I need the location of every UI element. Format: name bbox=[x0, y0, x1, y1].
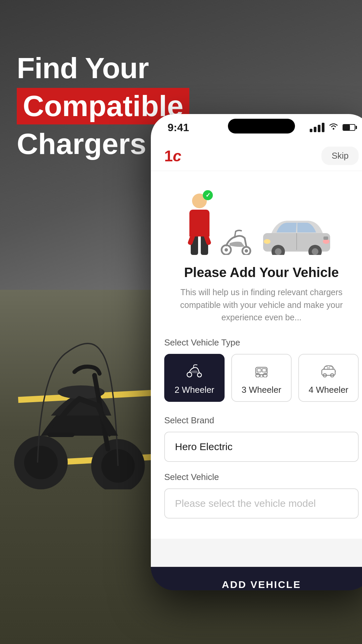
svg-point-18 bbox=[323, 239, 329, 244]
signal-bar-3 bbox=[318, 125, 320, 132]
bottom-gray-area bbox=[151, 539, 362, 567]
3wheeler-icon bbox=[253, 363, 270, 381]
app-scroll-area: ✓ bbox=[151, 171, 362, 567]
headline-line1: Find Your bbox=[17, 52, 189, 85]
vehicle-select-label: Select Vehicle bbox=[164, 472, 359, 482]
vehicle-select[interactable]: Please select the vehicle model bbox=[164, 488, 359, 519]
app-header: 1c Skip bbox=[151, 141, 362, 171]
svg-rect-20 bbox=[323, 236, 328, 240]
scooter-background-image bbox=[7, 302, 148, 489]
signal-bars-icon bbox=[310, 123, 324, 132]
battery-icon bbox=[343, 124, 355, 131]
dynamic-island bbox=[228, 119, 295, 133]
svg-rect-25 bbox=[262, 369, 266, 372]
add-vehicle-button[interactable]: ADD VEHICLE bbox=[151, 567, 362, 590]
vehicle-type-3wheeler[interactable]: 3 Wheeler bbox=[231, 354, 292, 402]
skip-button[interactable]: Skip bbox=[321, 147, 359, 165]
vehicle-illustration: ✓ bbox=[164, 181, 359, 255]
svg-point-16 bbox=[312, 248, 318, 255]
2wheeler-icon bbox=[186, 363, 203, 381]
wifi-icon bbox=[328, 122, 339, 133]
brand-value: Hero Electric bbox=[175, 441, 233, 452]
vehicle-type-group: 2 Wheeler bbox=[164, 354, 359, 402]
svg-point-11 bbox=[245, 249, 248, 253]
status-icons bbox=[310, 122, 355, 133]
svg-point-17 bbox=[264, 239, 270, 244]
4wheeler-icon bbox=[320, 363, 337, 381]
2wheeler-label: 2 Wheeler bbox=[175, 385, 215, 395]
svg-point-1 bbox=[24, 446, 58, 479]
signal-bar-4 bbox=[322, 123, 324, 132]
vehicle-placeholder: Please select the vehicle model bbox=[175, 498, 316, 509]
vehicle-type-2wheeler[interactable]: 2 Wheeler bbox=[164, 354, 225, 402]
3wheeler-label: 3 Wheeler bbox=[242, 385, 282, 395]
svg-rect-6 bbox=[48, 432, 74, 437]
car-illustration bbox=[260, 215, 334, 255]
4wheeler-label: 4 Wheeler bbox=[309, 385, 349, 395]
svg-point-9 bbox=[225, 248, 228, 252]
form-title: Please Add Your Vehicle bbox=[164, 265, 359, 280]
svg-point-7 bbox=[333, 128, 335, 130]
app-content: ✓ bbox=[151, 171, 362, 539]
brand-select[interactable]: Hero Electric bbox=[164, 432, 359, 462]
svg-point-21 bbox=[187, 372, 192, 377]
phone-frame: 9:41 bbox=[151, 114, 362, 590]
vehicle-type-4wheeler[interactable]: 4 Wheeler bbox=[298, 354, 359, 402]
signal-bar-1 bbox=[310, 129, 312, 132]
app-logo: 1c bbox=[164, 147, 181, 165]
phone-mockup: 9:41 bbox=[151, 114, 362, 590]
signal-bar-2 bbox=[314, 127, 316, 132]
svg-point-22 bbox=[197, 373, 201, 377]
vehicle-type-label: Select Vehicle Type bbox=[164, 337, 359, 348]
check-badge: ✓ bbox=[203, 190, 213, 200]
brand-label: Select Brand bbox=[164, 415, 359, 426]
status-bar: 9:41 bbox=[151, 114, 362, 141]
svg-rect-24 bbox=[257, 369, 261, 372]
form-description: This will help us in finding relevant ch… bbox=[164, 286, 359, 324]
status-time: 9:41 bbox=[168, 121, 189, 134]
svg-point-14 bbox=[275, 248, 282, 255]
scooter-illustration bbox=[220, 225, 253, 255]
